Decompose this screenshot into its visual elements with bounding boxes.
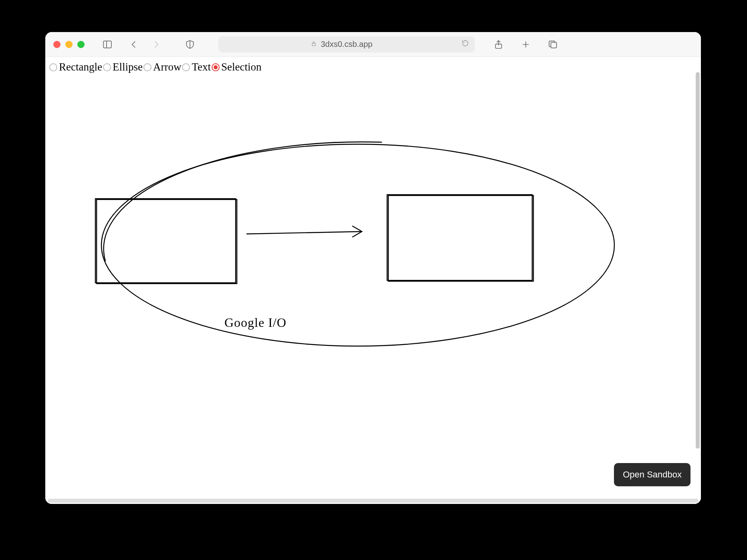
browser-window: 3dxs0.csb.app RectangleEllipseArrowTextS…	[45, 32, 701, 504]
svg-rect-0	[103, 41, 111, 48]
address-bar[interactable]: 3dxs0.csb.app	[218, 36, 475, 52]
canvas-svg[interactable]	[45, 57, 686, 437]
svg-rect-7	[551, 42, 557, 48]
svg-point-8	[101, 144, 614, 346]
drawing-canvas[interactable]: Google I/O	[45, 57, 701, 504]
traffic-lights	[53, 41, 85, 48]
reload-icon[interactable]	[461, 39, 469, 49]
titlebar: 3dxs0.csb.app	[45, 32, 701, 57]
minimize-window-button[interactable]	[65, 41, 73, 48]
svg-line-13	[246, 232, 362, 234]
fullscreen-window-button[interactable]	[77, 41, 85, 48]
vertical-scrollbar[interactable]	[696, 72, 700, 449]
svg-rect-3	[312, 43, 315, 46]
new-tab-button[interactable]	[518, 37, 533, 52]
url-text: 3dxs0.csb.app	[321, 40, 373, 49]
svg-rect-12	[388, 195, 533, 281]
close-window-button[interactable]	[53, 41, 61, 48]
open-sandbox-button[interactable]: Open Sandbox	[614, 463, 690, 486]
shield-icon[interactable]	[182, 37, 198, 52]
forward-button	[149, 37, 164, 52]
tabs-icon[interactable]	[545, 37, 561, 52]
canvas-text-label[interactable]: Google I/O	[224, 315, 287, 330]
share-icon[interactable]	[491, 37, 506, 52]
lock-icon	[311, 40, 317, 49]
page-content: RectangleEllipseArrowTextSelection Googl…	[45, 57, 701, 504]
svg-rect-11	[387, 195, 532, 280]
back-button[interactable]	[126, 37, 141, 52]
horizontal-scrollbar[interactable]	[48, 499, 699, 503]
svg-rect-10	[97, 199, 237, 284]
sidebar-toggle-icon[interactable]	[100, 37, 115, 52]
